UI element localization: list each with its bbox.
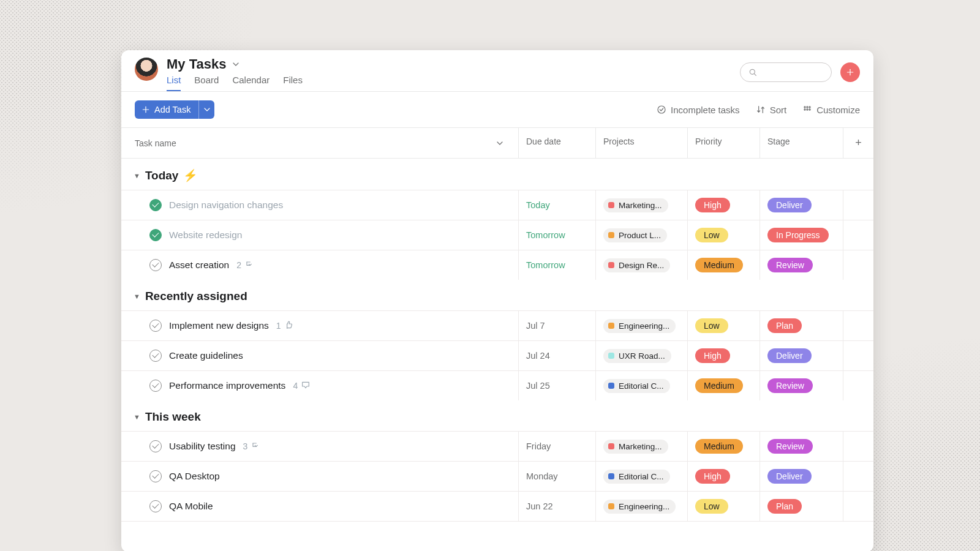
col-task-name[interactable]: Task name	[121, 128, 518, 158]
tab-calendar[interactable]: Calendar	[232, 75, 270, 91]
priority-pill[interactable]: High	[695, 469, 730, 484]
col-due-date[interactable]: Due date	[518, 128, 595, 158]
priority-pill[interactable]: Medium	[695, 378, 743, 393]
stage-pill[interactable]: Review	[767, 258, 813, 272]
priority-pill[interactable]: Low	[695, 228, 728, 242]
due-date[interactable]: Friday	[526, 441, 551, 451]
project-pill[interactable]: Engineering...	[603, 500, 676, 514]
task-row[interactable]: Implement new designs1Jul 7Engineering..…	[121, 310, 873, 340]
project-pill[interactable]: Marketing...	[603, 440, 668, 454]
svg-point-7	[804, 107, 805, 108]
col-task-name-label: Task name	[135, 138, 176, 148]
like-icon	[284, 320, 294, 332]
complete-toggle[interactable]	[149, 470, 162, 482]
search-icon	[748, 67, 758, 77]
project-color-icon	[608, 473, 614, 479]
collapse-icon: ▼	[134, 413, 140, 421]
due-date[interactable]: Today	[526, 200, 550, 210]
task-row[interactable]: Design navigation changesTodayMarketing.…	[121, 190, 873, 220]
due-date[interactable]: Jul 7	[526, 321, 545, 331]
project-pill[interactable]: Marketing...	[603, 198, 668, 212]
priority-pill[interactable]: High	[695, 198, 730, 212]
priority-pill[interactable]: Medium	[695, 439, 743, 454]
stage-pill[interactable]: Review	[767, 439, 813, 454]
stage-pill[interactable]: Plan	[767, 499, 802, 514]
add-column-button[interactable]: +	[843, 128, 873, 158]
due-date[interactable]: Monday	[526, 471, 558, 481]
stage-pill[interactable]: Deliver	[767, 469, 812, 484]
chevron-down-icon[interactable]	[495, 138, 505, 148]
stage-pill[interactable]: In Progress	[767, 228, 829, 242]
task-name: Usability testing	[169, 441, 236, 452]
tab-files[interactable]: Files	[283, 75, 303, 91]
task-name: QA Mobile	[169, 501, 213, 512]
page-title[interactable]: My Tasks	[167, 56, 226, 72]
priority-pill[interactable]: Medium	[695, 258, 743, 272]
project-name: Editorial C...	[619, 381, 664, 391]
task-name: Website redesign	[169, 230, 242, 241]
col-priority[interactable]: Priority	[687, 128, 760, 158]
project-pill[interactable]: Design Re...	[603, 258, 670, 272]
complete-toggle[interactable]	[149, 350, 162, 362]
complete-toggle[interactable]	[149, 500, 162, 512]
task-row[interactable]: Usability testing3FridayMarketing...Medi…	[121, 431, 873, 461]
complete-toggle[interactable]	[149, 320, 162, 332]
section-title: This week	[145, 410, 201, 424]
svg-point-11	[807, 109, 808, 110]
project-name: Editorial C...	[619, 472, 664, 481]
task-row[interactable]: QA DesktopMondayEditorial C...HighDelive…	[121, 461, 873, 491]
avatar[interactable]	[135, 58, 158, 81]
project-pill[interactable]: Engineering...	[603, 319, 676, 333]
project-pill[interactable]: UXR Road...	[603, 349, 671, 363]
project-name: Engineering...	[619, 502, 669, 511]
task-row[interactable]: Create guidelinesJul 24UXR Road...HighDe…	[121, 340, 873, 370]
chevron-down-icon[interactable]	[231, 59, 241, 69]
add-task-dropdown[interactable]	[198, 100, 214, 119]
project-pill[interactable]: Product L...	[603, 228, 667, 242]
col-stage[interactable]: Stage	[760, 128, 843, 158]
sort-button[interactable]: Sort	[756, 105, 787, 115]
complete-toggle[interactable]	[149, 440, 162, 452]
task-row[interactable]: Website redesignTomorrowProduct L...LowI…	[121, 220, 873, 250]
stage-pill[interactable]: Deliver	[767, 348, 812, 363]
customize-button[interactable]: Customize	[802, 105, 860, 115]
section-title: Recently assigned	[145, 290, 247, 303]
complete-toggle[interactable]	[149, 229, 162, 241]
task-row[interactable]: Performance improvements4Jul 25Editorial…	[121, 370, 873, 400]
due-date[interactable]: Jul 24	[526, 351, 550, 361]
complete-toggle[interactable]	[149, 199, 162, 211]
project-pill[interactable]: Editorial C...	[603, 379, 670, 393]
priority-pill[interactable]: Low	[695, 499, 728, 514]
section-header[interactable]: ▼This week	[121, 400, 873, 431]
global-add-button[interactable]	[840, 62, 860, 82]
comment-icon	[301, 380, 311, 392]
plus-icon	[141, 105, 151, 114]
complete-toggle[interactable]	[149, 259, 162, 271]
due-date[interactable]: Jun 22	[526, 501, 553, 511]
task-row[interactable]: Asset creation2TomorrowDesign Re...Mediu…	[121, 250, 873, 280]
due-date[interactable]: Tomorrow	[526, 260, 565, 270]
priority-pill[interactable]: High	[695, 348, 730, 363]
section-header[interactable]: ▼Today⚡	[121, 159, 873, 190]
col-projects[interactable]: Projects	[595, 128, 687, 158]
complete-toggle[interactable]	[149, 380, 162, 392]
tab-board[interactable]: Board	[194, 75, 219, 91]
due-date[interactable]: Tomorrow	[526, 230, 565, 240]
tab-list[interactable]: List	[167, 75, 181, 91]
project-name: UXR Road...	[619, 351, 665, 361]
stage-pill[interactable]: Deliver	[767, 198, 812, 212]
project-pill[interactable]: Editorial C...	[603, 470, 670, 484]
stage-pill[interactable]: Review	[767, 378, 813, 393]
view-tabs: List Board Calendar Files	[167, 75, 731, 91]
task-row[interactable]: QA MobileJun 22Engineering...LowPlan	[121, 491, 873, 522]
section-header[interactable]: ▼Recently assigned	[121, 280, 873, 310]
task-meta: 3	[243, 441, 261, 452]
project-color-icon	[608, 353, 614, 359]
filter-incomplete[interactable]: Incomplete tasks	[657, 105, 740, 115]
search-input[interactable]	[740, 62, 832, 82]
project-name: Product L...	[619, 231, 661, 240]
stage-pill[interactable]: Plan	[767, 318, 802, 333]
priority-pill[interactable]: Low	[695, 318, 728, 333]
add-task-button[interactable]: Add Task	[135, 100, 198, 119]
due-date[interactable]: Jul 25	[526, 381, 550, 391]
